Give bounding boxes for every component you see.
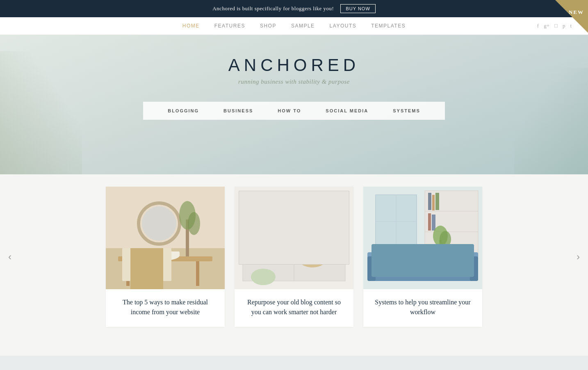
carousel-prev-button[interactable]: ‹ (4, 247, 16, 267)
cat-social-media[interactable]: SOCIAL MEDIA (326, 108, 368, 113)
nav-sample[interactable]: SAMPLE (291, 23, 315, 29)
card-3-title: Systems to help you streamline your work… (363, 289, 482, 327)
svg-rect-16 (247, 240, 291, 244)
card-1: The top 5 ways to make residual income f… (106, 187, 225, 327)
svg-rect-22 (259, 232, 262, 248)
card-2: Repurpose your old blog content so you c… (235, 187, 353, 327)
cat-systems[interactable]: SYSTEMS (393, 108, 420, 113)
svg-rect-41 (470, 256, 478, 281)
svg-rect-36 (428, 213, 431, 231)
svg-rect-1 (106, 248, 225, 289)
svg-point-24 (249, 221, 261, 239)
nav-shop[interactable]: SHOP (260, 23, 276, 29)
svg-rect-43 (427, 254, 447, 269)
card-3: Systems to help you streamline your work… (363, 187, 482, 327)
card-2-illustration (235, 187, 353, 289)
card-image-3 (363, 187, 482, 289)
social-instagram[interactable]: □ (554, 23, 558, 29)
svg-rect-34 (432, 195, 435, 210)
main-nav: HOME FEATURES SHOP SAMPLE LAYOUTS TEMPLA… (0, 17, 588, 35)
svg-point-12 (188, 212, 200, 235)
new-badge-text: NEW (569, 9, 584, 16)
svg-rect-33 (428, 193, 431, 210)
svg-rect-7 (147, 251, 180, 256)
card-image-1 (106, 187, 225, 289)
svg-rect-35 (435, 193, 439, 210)
svg-rect-40 (367, 256, 376, 281)
svg-point-23 (251, 213, 269, 238)
svg-rect-3 (126, 261, 130, 286)
hero-subtitle: running business with stability & purpos… (228, 78, 360, 85)
svg-rect-14 (243, 195, 345, 244)
svg-rect-37 (432, 215, 435, 231)
social-googleplus[interactable]: g+ (544, 23, 549, 29)
hero-title: ANCHORED (228, 55, 360, 75)
svg-point-25 (298, 249, 327, 267)
card-2-title: Repurpose your old blog content so you c… (235, 289, 353, 327)
buy-now-button[interactable]: BUY NOW (340, 4, 375, 13)
social-twitter[interactable]: t (570, 23, 572, 29)
svg-rect-42 (396, 254, 417, 269)
hero-content: ANCHORED running business with stability… (228, 55, 360, 85)
cards-section: ‹ (0, 174, 588, 356)
nav-features[interactable]: FEATURES (214, 23, 245, 29)
social-facebook[interactable]: f (537, 23, 539, 29)
svg-rect-38 (367, 256, 478, 281)
announcement-text: Anchored is built specifically for blogg… (212, 5, 334, 12)
cards-wrapper: ‹ (0, 174, 588, 339)
nav-templates[interactable]: TEMPLATES (371, 23, 406, 29)
nav-links: HOME FEATURES SHOP SAMPLE LAYOUTS TEMPLA… (182, 23, 406, 29)
social-pinterest[interactable]: p (563, 23, 565, 29)
nav-home[interactable]: HOME (182, 23, 200, 29)
svg-rect-5 (130, 258, 132, 281)
card-1-illustration (106, 187, 225, 289)
svg-rect-21 (302, 263, 310, 265)
card-image-2 (235, 187, 353, 289)
category-nav: BLOGGING BUSINESS HOW TO SOCIAL MEDIA SY… (143, 102, 445, 120)
cat-business[interactable]: BUSINESS (223, 108, 253, 113)
newsletter-section: TREAT YOUR INBOX GO By subscribing to ou… (0, 356, 588, 370)
svg-rect-2 (118, 256, 212, 261)
svg-point-9 (142, 206, 176, 241)
card-3-illustration (363, 187, 482, 289)
cat-blogging[interactable]: BLOGGING (168, 108, 199, 113)
nav-social: f g+ □ p t (537, 23, 572, 29)
announcement-bar: Anchored is built specifically for blogg… (0, 0, 588, 17)
svg-rect-20 (286, 263, 294, 265)
svg-point-46 (440, 231, 451, 247)
nav-layouts[interactable]: LAYOUTS (330, 23, 357, 29)
card-1-title: The top 5 ways to make residual income f… (106, 289, 225, 327)
carousel-next-button[interactable]: › (572, 247, 584, 267)
svg-rect-4 (196, 261, 199, 286)
cards-grid: The top 5 ways to make residual income f… (106, 174, 482, 339)
cat-howto[interactable]: HOW TO (278, 108, 301, 113)
hero-section: ANCHORED running business with stability… (0, 35, 588, 174)
svg-rect-17 (297, 240, 341, 244)
svg-rect-39 (367, 252, 478, 260)
